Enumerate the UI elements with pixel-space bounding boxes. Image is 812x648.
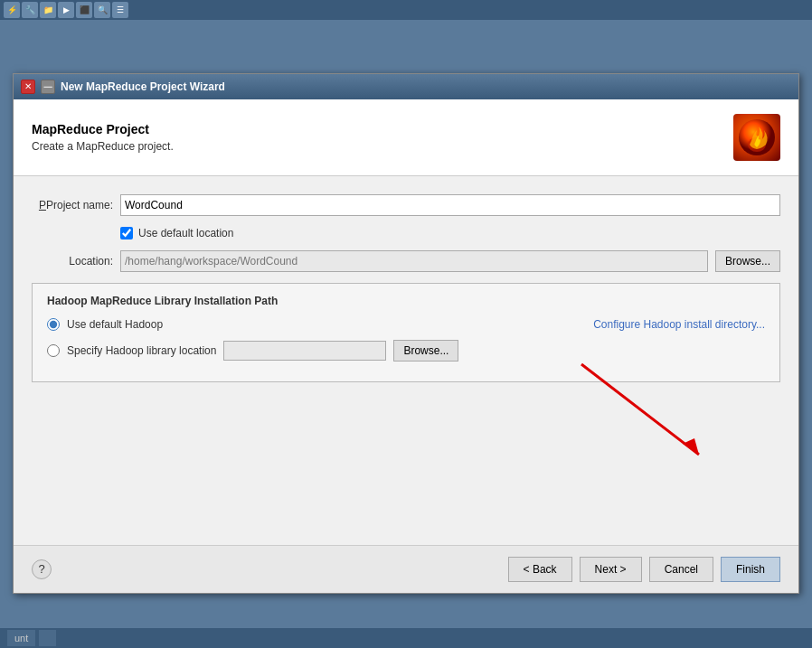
location-row: Location: Browse... [32, 250, 780, 272]
toolbar-icons: ⚡ 🔧 📁 ▶ ⬛ 🔍 ☰ [4, 2, 128, 18]
dialog: ✕ ─ New MapReduce Project Wizard MapRedu… [13, 73, 799, 594]
wizard-subtitle: Create a MapReduce project. [32, 140, 174, 153]
use-default-hadoop-label[interactable]: Use default Hadoop [67, 318, 586, 331]
status-bar: unt [0, 628, 812, 648]
help-button[interactable]: ? [32, 559, 52, 579]
location-label: Location: [32, 255, 113, 268]
toolbar-icon-7[interactable]: ☰ [112, 2, 128, 18]
toolbar-icon-2[interactable]: 🔧 [22, 2, 38, 18]
next-button[interactable]: Next > [580, 557, 642, 582]
hadoop-browse-button[interactable]: Browse... [393, 340, 458, 362]
hadoop-section-title: Hadoop MapReduce Library Installation Pa… [47, 295, 765, 307]
wizard-header-text: MapReduce Project Create a MapReduce pro… [32, 122, 174, 153]
svg-marker-3 [683, 438, 699, 455]
specify-hadoop-label[interactable]: Specify Hadoop library location [67, 344, 216, 357]
use-default-location-label[interactable]: Use default location [138, 227, 233, 239]
project-name-row: PProject name: [32, 194, 780, 216]
status-text: unt [14, 633, 28, 643]
wizard-icon [733, 114, 780, 161]
wizard-footer: ? < Back Next > Cancel Finish [14, 545, 798, 593]
toolbar-icon-5[interactable]: ⬛ [76, 2, 92, 18]
wizard-title: MapReduce Project [32, 122, 174, 136]
toolbar-icon-3[interactable]: 📁 [40, 2, 56, 18]
svg-line-2 [581, 364, 699, 455]
back-button[interactable]: < Back [508, 557, 572, 582]
finish-button[interactable]: Finish [721, 557, 780, 582]
project-name-label: PProject name: [32, 199, 113, 211]
annotation-arrow [527, 355, 726, 473]
toolbar-icon-6[interactable]: 🔍 [94, 2, 110, 18]
use-default-hadoop-radio[interactable] [47, 318, 60, 331]
minimize-button[interactable]: ─ [41, 80, 55, 94]
project-name-input[interactable] [120, 194, 780, 216]
status-text-2 [46, 633, 49, 643]
use-default-hadoop-row: Use default Hadoop Configure Hadoop inst… [47, 318, 765, 331]
dialog-wrapper: ✕ ─ New MapReduce Project Wizard MapRedu… [13, 73, 799, 594]
hadoop-library-input[interactable] [223, 341, 386, 361]
top-toolbar: ⚡ 🔧 📁 ▶ ⬛ 🔍 ☰ [0, 0, 812, 20]
location-input [120, 250, 708, 272]
wizard-header: MapReduce Project Create a MapReduce pro… [14, 99, 798, 176]
specify-hadoop-radio[interactable] [47, 344, 60, 357]
dialog-title: New MapReduce Project Wizard [61, 80, 225, 93]
status-panel-1: unt [7, 630, 35, 646]
toolbar-icon-4[interactable]: ▶ [58, 2, 74, 18]
configure-hadoop-link[interactable]: Configure Hadoop install directory... [593, 318, 765, 331]
use-default-location-row: Use default location [120, 227, 780, 239]
wizard-content: PProject name: Use default location Loca… [14, 176, 798, 545]
location-browse-button[interactable]: Browse... [715, 250, 780, 272]
close-button[interactable]: ✕ [21, 80, 35, 94]
status-panel-2 [39, 630, 56, 646]
cancel-button[interactable]: Cancel [649, 557, 713, 582]
use-default-location-checkbox[interactable] [120, 227, 133, 239]
arrow-container [32, 391, 780, 527]
toolbar-icon-1[interactable]: ⚡ [4, 2, 20, 18]
footer-buttons: < Back Next > Cancel Finish [508, 557, 780, 582]
dialog-titlebar: ✕ ─ New MapReduce Project Wizard [14, 74, 798, 99]
